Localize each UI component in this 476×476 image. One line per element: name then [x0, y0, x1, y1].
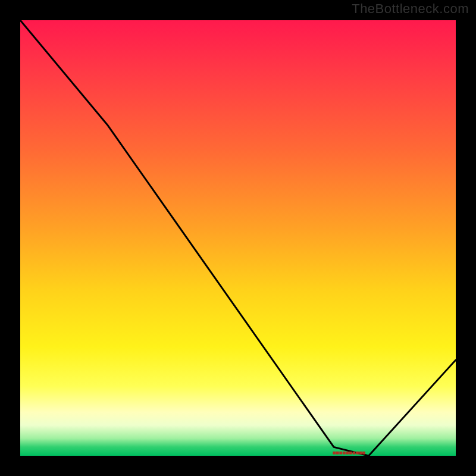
- data-line: [20, 20, 456, 456]
- minimum-marker-label: ■■■■■■■■■■: [332, 449, 365, 456]
- plot-area: ■■■■■■■■■■: [18, 18, 458, 458]
- watermark-text: TheBottleneck.com: [352, 1, 469, 17]
- line-plot: [20, 20, 456, 456]
- chart-frame: TheBottleneck.com ■■■■■■■■■■: [0, 0, 476, 476]
